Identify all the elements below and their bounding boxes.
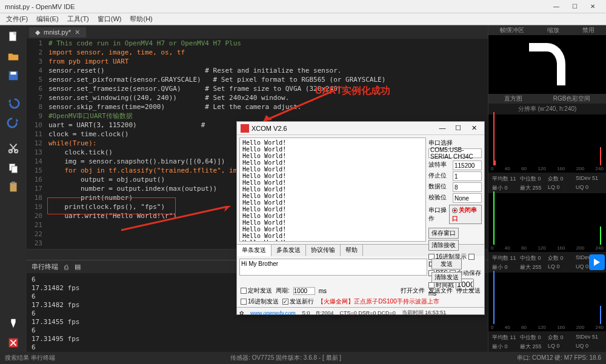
xcom-sidebar: 串口选择 COM5:USB-SERIAL CH34C 波特率115200 停止位… <box>428 135 484 244</box>
xcom-min[interactable]: — <box>436 124 449 132</box>
connect-button[interactable] <box>2 314 24 333</box>
stop-send-button[interactable]: 停止发送 <box>456 286 481 295</box>
terminal-title: 串行终端 <box>32 262 58 271</box>
redo-button[interactable] <box>2 113 24 131</box>
minimize-button[interactable]: — <box>548 1 565 12</box>
stop-button[interactable] <box>2 334 24 352</box>
svg-rect-1 <box>13 32 16 35</box>
open-file-button[interactable]: 打开文件 <box>401 286 425 295</box>
window-title: mnist.py - OpenMV IDE <box>5 3 548 10</box>
tab-close-icon[interactable]: ✕ <box>75 28 80 36</box>
window-titlebar: mnist.py - OpenMV IDE — ☐ ✕ <box>0 0 606 13</box>
frame-preview <box>488 35 606 94</box>
bottom-statusbar: 搜索结果 串行终端 传感器: OV7725 固件版本: 3.6.8 - [ 最新… <box>0 352 606 364</box>
save-button[interactable] <box>2 67 24 85</box>
menu-window[interactable]: 窗口(W) <box>94 13 125 25</box>
parity-select[interactable]: None <box>453 193 482 203</box>
status-sensor: 传感器: OV7725 固件版本: 3.6.8 - [ 最新 ] <box>230 354 341 362</box>
left-toolbar <box>0 25 27 352</box>
open-file-button[interactable] <box>2 47 24 65</box>
send-button[interactable]: 发送 <box>431 259 462 270</box>
zoom-button[interactable]: 缩放 <box>547 26 559 35</box>
dtr-checkbox[interactable] <box>468 254 474 260</box>
editor-tab[interactable]: ◆ mnist.py* ✕ <box>29 27 86 38</box>
menubar: 文件(F) 编辑(E) 工具(T) 窗口(W) 帮助(H) <box>0 13 606 25</box>
timed-checkbox[interactable] <box>241 288 247 294</box>
status-left: 搜索结果 串行终端 <box>5 354 55 362</box>
menu-edit[interactable]: 编辑(E) <box>33 13 62 25</box>
data-select[interactable]: 8 <box>453 182 482 192</box>
new-file-button[interactable] <box>2 28 24 46</box>
tab-protocol[interactable]: 协议传输 <box>306 245 341 256</box>
disable-button[interactable]: 禁用 <box>582 26 594 35</box>
xcom-max[interactable]: ☐ <box>451 124 465 132</box>
clear-send-button[interactable]: 清除发送 <box>431 272 462 283</box>
tab-single[interactable]: 单条发送 <box>237 245 271 256</box>
send-input[interactable]: Hi My Brother <box>239 259 427 276</box>
menu-help[interactable]: 帮助(H) <box>126 13 156 25</box>
save-window-button[interactable]: 保存窗口 <box>428 228 459 239</box>
cut-button[interactable] <box>2 139 24 157</box>
menu-tools[interactable]: 工具(T) <box>64 13 93 25</box>
terminal-icon2[interactable]: ▤ <box>75 263 81 271</box>
svg-rect-9 <box>12 182 15 184</box>
newline-checkbox[interactable] <box>282 299 288 305</box>
hex-send-checkbox[interactable] <box>241 299 247 305</box>
svg-rect-7 <box>12 166 17 173</box>
paste-button[interactable] <box>2 178 24 196</box>
histogram-blue: 04080120160200240 <box>488 273 606 331</box>
xcom-title: XCOM V2.6 <box>251 125 436 132</box>
svg-rect-8 <box>10 183 17 192</box>
close-button[interactable]: ✕ <box>584 1 601 12</box>
xcom-window[interactable]: XCOM V2.6 —☐✕ Hello World!Hello World!He… <box>236 121 485 315</box>
xcom-icon <box>241 124 249 133</box>
port-select[interactable]: COM5:USB-SERIAL CH34C <box>428 148 482 158</box>
send-file-button[interactable]: 发送文件 <box>428 286 453 295</box>
editor-tabbar: ◆ mnist.py* ✕ <box>27 25 488 39</box>
svg-rect-3 <box>10 72 16 75</box>
run-button[interactable] <box>589 254 605 270</box>
status-port: 串口: COM12 硬: M7 FPS: 18.6 <box>517 354 601 362</box>
stop-select[interactable]: 1 <box>453 171 482 181</box>
clear-recv-button[interactable]: 清除接收 <box>428 240 459 251</box>
tab-indicator: ◆ <box>35 28 40 36</box>
close-port-button[interactable]: 关闭串口 <box>449 205 482 224</box>
maximize-button[interactable]: ☐ <box>566 1 583 12</box>
tab-help[interactable]: 帮助 <box>341 245 363 256</box>
colorspace-label[interactable]: RGB色彩空间 <box>553 94 591 103</box>
xcom-close[interactable]: ✕ <box>467 124 481 132</box>
terminal-icon[interactable]: ⎙ <box>64 263 68 271</box>
histogram-red: 04080120160200240 <box>488 114 606 173</box>
baud-select[interactable]: 115200 <box>453 160 482 170</box>
xcom-link[interactable]: www.openedv.com <box>250 310 296 316</box>
right-panel: 帧缓冲区 缩放 禁用 直方图 RGB色彩空间 分辨率 (w:240, h:240… <box>488 25 606 352</box>
period-input[interactable] <box>293 287 315 295</box>
xcom-output[interactable]: Hello World!Hello World!Hello World!Hell… <box>239 137 426 242</box>
window-buttons: — ☐ ✕ <box>548 1 601 12</box>
histogram-green: 04080120160200240 <box>488 193 606 252</box>
tab-filename: mnist.py* <box>44 28 71 36</box>
undo-button[interactable] <box>2 93 24 111</box>
menu-file[interactable]: 文件(F) <box>2 13 32 25</box>
framebuffer-label: 帧缓冲区 <box>500 26 524 35</box>
copy-button[interactable] <box>2 159 24 177</box>
tab-multi[interactable]: 多条发送 <box>271 245 306 256</box>
histogram-label: 直方图 <box>504 94 522 103</box>
xcom-titlebar[interactable]: XCOM V2.6 —☐✕ <box>237 122 484 135</box>
